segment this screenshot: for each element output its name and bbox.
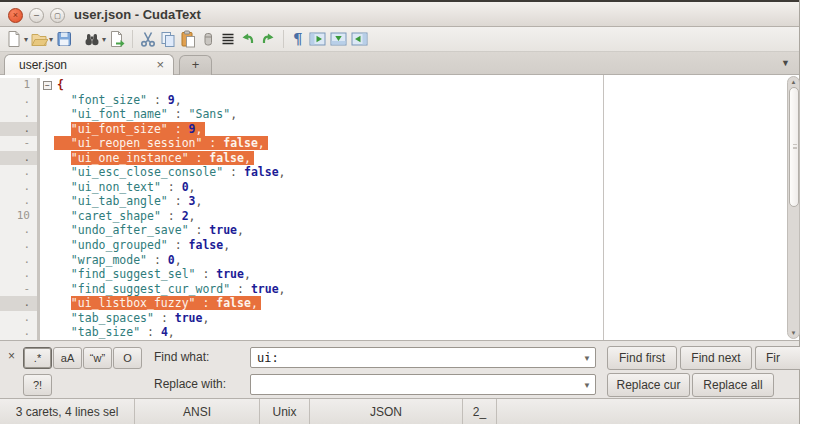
open-file-button[interactable]: ▾	[29, 28, 54, 50]
code-line[interactable]: . "ui_esc_close_console" : false,	[0, 165, 603, 180]
token-str: "find_suggest_cur_word"	[71, 282, 230, 296]
redo-button[interactable]	[258, 28, 278, 50]
scroll-up-icon[interactable]: ▲	[788, 79, 799, 85]
gutter-cell[interactable]: .	[0, 238, 37, 253]
toggle-side-panel-button[interactable]	[307, 28, 328, 50]
gutter-cell[interactable]: 1	[0, 78, 37, 93]
code-line[interactable]: . "find_suggest_sel" : true,	[0, 267, 603, 282]
token-num: 0	[168, 253, 175, 267]
code-line[interactable]: . "undo_grouped" : false,	[0, 238, 603, 253]
tab-label: user.json	[19, 55, 67, 75]
code-line[interactable]: 1−{	[0, 78, 603, 93]
status-tab-size[interactable]: 2_	[463, 399, 497, 424]
show-invisibles-button[interactable]: ¶	[289, 28, 307, 50]
chevron-down-icon[interactable]: ▾	[49, 35, 53, 44]
cut-button[interactable]	[138, 28, 158, 50]
find-next-button[interactable]: Find next	[680, 346, 752, 370]
code-line[interactable]: . "ui_font_name" : "Sans",	[0, 107, 603, 122]
gutter-cell[interactable]: .	[0, 165, 37, 180]
token-punct: ,	[196, 122, 203, 136]
find-panel-close-icon[interactable]: ×	[8, 349, 15, 363]
save-as-button[interactable]	[107, 28, 127, 50]
new-tab-button[interactable]: +	[179, 55, 212, 75]
gutter-cell[interactable]: .	[0, 296, 37, 311]
minimize-window-button[interactable]: –	[29, 8, 44, 23]
gutter-cell[interactable]: .	[0, 93, 37, 108]
code-line[interactable]: . "ui_non_text" : 0,	[0, 180, 603, 195]
gutter-cell[interactable]: .	[0, 122, 37, 137]
gutter-cell[interactable]: .	[0, 223, 37, 238]
token-punct: ,	[251, 296, 258, 310]
tab-close-icon[interactable]: ×	[156, 55, 164, 75]
status-line-ends[interactable]: Unix	[260, 399, 310, 424]
token-punct: :	[195, 267, 216, 281]
replace-input[interactable]	[251, 375, 579, 394]
toggle-right-panel-button[interactable]	[349, 28, 370, 50]
code-line[interactable]: . "ui_one_instance" : false,	[0, 151, 603, 166]
tab-list-dropdown-icon[interactable]: ▼	[781, 58, 790, 68]
scrollbar-thumb[interactable]	[789, 87, 799, 207]
lines-icon	[219, 30, 237, 48]
code-line[interactable]: . "tab_size" : 4,	[0, 325, 603, 340]
gutter-cell[interactable]: 10	[0, 209, 37, 224]
gutter-cell[interactable]: .	[0, 325, 37, 340]
gutter-cell[interactable]: .	[0, 107, 37, 122]
new-file-button[interactable]: ▾	[4, 28, 29, 50]
code-line[interactable]: . "ui_listbox_fuzzy" : false,	[0, 296, 603, 311]
token-str: "undo_grouped"	[71, 238, 168, 252]
save-button[interactable]	[54, 28, 74, 50]
replace-history-dropdown-icon[interactable]: ▼	[583, 381, 591, 390]
tab-user-json[interactable]: user.json ×	[4, 54, 174, 75]
regex-option-button[interactable]: .*	[23, 347, 52, 369]
chevron-down-icon[interactable]: ▾	[102, 35, 106, 44]
scroll-down-icon[interactable]: ▼	[788, 330, 799, 336]
delete-button[interactable]	[198, 28, 218, 50]
find-input[interactable]	[251, 348, 579, 367]
gutter-cell[interactable]: -	[0, 136, 37, 151]
whole-words-option-button[interactable]: “w”	[83, 347, 112, 369]
find-history-dropdown-icon[interactable]: ▼	[583, 354, 591, 363]
chevron-down-icon[interactable]: ▾	[24, 35, 28, 44]
case-option-button[interactable]: aA	[53, 347, 82, 369]
paste-button[interactable]	[178, 28, 198, 50]
gutter-cell[interactable]: .	[0, 180, 37, 195]
code-line[interactable]: . "wrap_mode" : 0,	[0, 253, 603, 268]
token-bool: true	[251, 282, 279, 296]
fold-collapse-icon[interactable]: −	[43, 81, 52, 90]
save-icon	[55, 30, 73, 48]
token-punct: :	[189, 223, 210, 237]
gutter-cell[interactable]: .	[0, 253, 37, 268]
confirm-replace-option-button[interactable]: ?!	[23, 374, 52, 396]
copy-button[interactable]	[158, 28, 178, 50]
find-button[interactable]: ▾	[82, 28, 107, 50]
code-line[interactable]: . "font_size" : 9,	[0, 93, 603, 108]
maximize-window-button[interactable]: ▢	[50, 8, 65, 23]
find-all-button[interactable]: Fir	[755, 346, 800, 370]
code-line[interactable]: . "ui_font_size" : 9,	[0, 122, 603, 137]
gutter-cell[interactable]: .	[0, 194, 37, 209]
code-line[interactable]: - "find_suggest_cur_word" : true,	[0, 282, 603, 297]
gutter-cell[interactable]: .	[0, 151, 37, 166]
code-line[interactable]: 10 "caret_shape" : 2,	[0, 209, 603, 224]
code-line[interactable]: . "tab_spaces" : true,	[0, 311, 603, 326]
code-line[interactable]: . "ui_tab_angle" : 3,	[0, 194, 603, 209]
gutter-cell[interactable]: .	[0, 267, 37, 282]
undo-button[interactable]	[238, 28, 258, 50]
scissors-icon	[139, 30, 157, 48]
wrapped-option-button[interactable]: O	[113, 347, 142, 369]
toggle-bottom-panel-button[interactable]	[328, 28, 349, 50]
status-lexer[interactable]: JSON	[310, 399, 463, 424]
close-window-button[interactable]: ×	[8, 8, 23, 23]
status-encoding[interactable]: ANSI	[135, 399, 260, 424]
code-line[interactable]: . "undo_after_save" : true,	[0, 223, 603, 238]
replace-all-button[interactable]: Replace all	[692, 373, 774, 397]
code-editor[interactable]: 1−{. "font_size" : 9,. "ui_font_name" : …	[0, 75, 603, 340]
replace-current-button[interactable]: Replace cur	[607, 373, 690, 397]
token-str: "undo_after_save"	[71, 223, 189, 237]
select-all-button[interactable]	[218, 28, 238, 50]
code-line[interactable]: - "ui_reopen_session" : false,	[0, 136, 603, 151]
gutter-cell[interactable]: .	[0, 311, 37, 326]
gutter-cell[interactable]: -	[0, 282, 37, 297]
find-first-button[interactable]: Find first	[607, 346, 677, 370]
vertical-scrollbar[interactable]: ▲ ▼	[787, 76, 800, 339]
